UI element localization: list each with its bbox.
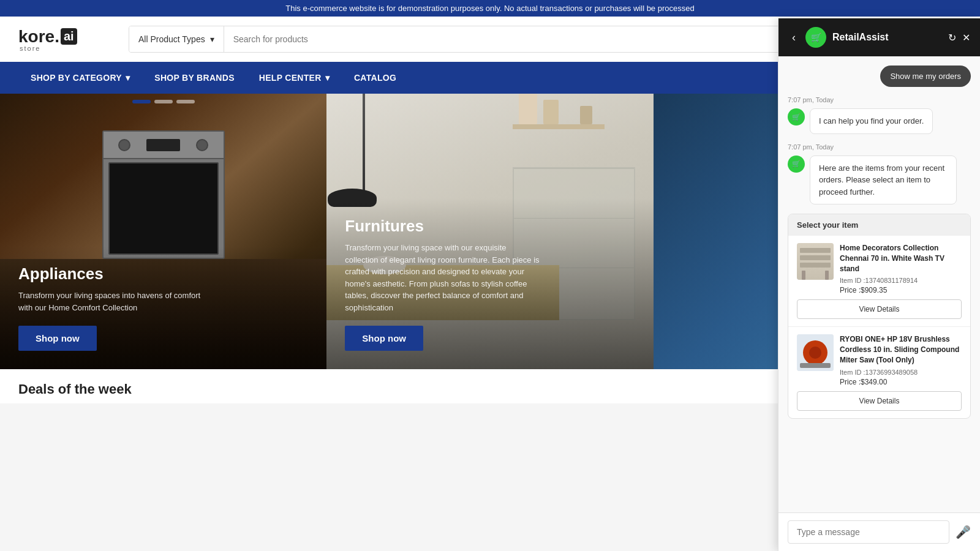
mic-button[interactable]: 🎤 bbox=[956, 525, 971, 539]
nav-item-shop-by-brands[interactable]: SHOP BY BRANDS bbox=[142, 62, 247, 94]
nav-item-help-center[interactable]: HELP CENTER ▾ bbox=[247, 62, 342, 94]
chevron-down-icon: ▾ bbox=[325, 73, 330, 83]
product-1-view-details[interactable]: View Details bbox=[797, 299, 962, 319]
product-2-id: Item ID :13736993489058 bbox=[840, 369, 962, 376]
tv-stand-leg-left bbox=[802, 271, 805, 280]
slide-appliances-desc: Transform your living spaces into havens… bbox=[18, 290, 214, 313]
chat-close-button[interactable]: ✕ bbox=[962, 32, 970, 43]
slide-dot-1 bbox=[132, 100, 151, 103]
show-orders-row: Show me my orders bbox=[788, 66, 971, 96]
chat-refresh-button[interactable]: ↻ bbox=[948, 32, 956, 43]
product-type-label: All Product Types bbox=[138, 34, 205, 44]
chat-header: ‹ 🛒 RetailAssist ↻ ✕ bbox=[778, 18, 980, 56]
tv-stand-image bbox=[797, 243, 834, 280]
tv-stand-leg-right bbox=[825, 271, 829, 280]
chat-header-actions: ↻ ✕ bbox=[948, 32, 970, 43]
show-orders-bubble: Show me my orders bbox=[880, 66, 971, 87]
slide-furnitures-title: Furnitures bbox=[345, 217, 635, 236]
product-2-price: Price :$349.00 bbox=[840, 378, 962, 386]
logo-brand: kore. bbox=[18, 27, 59, 47]
chat-timestamp-1: 7:07 pm, Today bbox=[788, 96, 971, 103]
product-thumb-2 bbox=[797, 334, 834, 371]
product-1-name: Home Decorators Collection Chennai 70 in… bbox=[840, 243, 962, 274]
chat-timestamp-2: 7:07 pm, Today bbox=[788, 143, 971, 151]
product-card-1[interactable]: Home Decorators Collection Chennai 70 in… bbox=[788, 236, 970, 327]
bot-bubble-2: Here are the items from your recent orde… bbox=[810, 156, 957, 205]
chat-title: RetailAssist bbox=[832, 32, 942, 43]
nav-label-shop-by-category: SHOP BY CATEGORY bbox=[31, 73, 122, 83]
bot-message-2: 🛒 Here are the items from your recent or… bbox=[788, 156, 971, 205]
nav-label-help-center: HELP CENTER bbox=[259, 73, 322, 83]
bot-bubble-1: I can help you find your order. bbox=[810, 108, 933, 134]
logo-text: kore.ai bbox=[18, 27, 77, 47]
slide-indicators bbox=[0, 100, 326, 103]
microphone-icon: 🎤 bbox=[956, 525, 971, 539]
slide-dot-3 bbox=[176, 100, 195, 103]
slide-furnitures-desc: Transform your living space with our exq… bbox=[345, 242, 541, 313]
nav-label-shop-by-brands: SHOP BY BRANDS bbox=[154, 73, 235, 83]
slide-furnitures-shop-now[interactable]: Shop now bbox=[345, 326, 423, 351]
product-2-view-details[interactable]: View Details bbox=[797, 391, 962, 411]
chevron-down-icon: ▾ bbox=[126, 73, 130, 83]
product-card-1-inner: Home Decorators Collection Chennai 70 in… bbox=[797, 243, 962, 294]
select-item-section: Select your item Home Decorato bbox=[788, 214, 971, 419]
logo-store: store bbox=[18, 45, 40, 52]
chat-panel: ‹ 🛒 RetailAssist ↻ ✕ Show me my orders 7… bbox=[778, 18, 980, 551]
product-1-info: Home Decorators Collection Chennai 70 in… bbox=[840, 243, 962, 294]
chat-input-area: 🎤 bbox=[778, 512, 980, 551]
miter-saw-image bbox=[797, 334, 834, 371]
chat-body[interactable]: Show me my orders 7:07 pm, Today 🛒 I can… bbox=[778, 56, 980, 512]
slide-appliances-title: Appliances bbox=[18, 264, 308, 283]
logo: kore.ai store bbox=[18, 27, 116, 52]
bot-message-1: 🛒 I can help you find your order. bbox=[788, 108, 971, 134]
slide-appliances-overlay: Appliances Transform your living spaces … bbox=[0, 246, 326, 369]
nav-label-catalog: CATALOG bbox=[354, 73, 396, 83]
logo-ai: ai bbox=[61, 28, 77, 45]
shopping-cart-icon: 🛒 bbox=[792, 160, 801, 168]
chat-back-button[interactable]: ‹ bbox=[788, 30, 799, 45]
chevron-down-icon: ▾ bbox=[210, 34, 214, 44]
slide-appliances: Appliances Transform your living spaces … bbox=[0, 94, 326, 369]
product-1-price: Price :$909.35 bbox=[840, 286, 962, 294]
product-card-2-inner: RYOBI ONE+ HP 18V Brushless Cordless 10 … bbox=[797, 334, 962, 386]
product-1-id: Item ID :13740831178914 bbox=[840, 277, 962, 284]
top-banner-text: This e-commerce website is for demonstra… bbox=[285, 4, 694, 13]
product-2-info: RYOBI ONE+ HP 18V Brushless Cordless 10 … bbox=[840, 334, 962, 386]
product-thumb-1 bbox=[797, 243, 834, 280]
shopping-cart-icon: 🛒 bbox=[811, 32, 821, 42]
slide-furnitures: Furnitures Transform your living space w… bbox=[326, 94, 653, 369]
product-card-2[interactable]: RYOBI ONE+ HP 18V Brushless Cordless 10 … bbox=[788, 327, 970, 418]
nav-item-catalog[interactable]: CATALOG bbox=[342, 62, 409, 94]
slide-appliances-shop-now[interactable]: Shop now bbox=[18, 326, 97, 351]
top-banner: This e-commerce website is for demonstra… bbox=[0, 0, 980, 17]
product-type-dropdown[interactable]: All Product Types ▾ bbox=[129, 26, 224, 52]
slide-dot-2 bbox=[154, 100, 173, 103]
chat-input[interactable] bbox=[788, 520, 949, 544]
shopping-cart-icon: 🛒 bbox=[792, 113, 801, 121]
product-2-name: RYOBI ONE+ HP 18V Brushless Cordless 10 … bbox=[840, 334, 962, 365]
bot-avatar-2: 🛒 bbox=[788, 156, 805, 173]
bot-avatar-1: 🛒 bbox=[788, 108, 805, 126]
chat-bot-icon: 🛒 bbox=[805, 27, 826, 48]
select-item-header: Select your item bbox=[788, 214, 970, 236]
slide-furnitures-overlay: Furnitures Transform your living space w… bbox=[326, 198, 653, 369]
nav-item-shop-by-category[interactable]: SHOP BY CATEGORY ▾ bbox=[18, 62, 142, 94]
